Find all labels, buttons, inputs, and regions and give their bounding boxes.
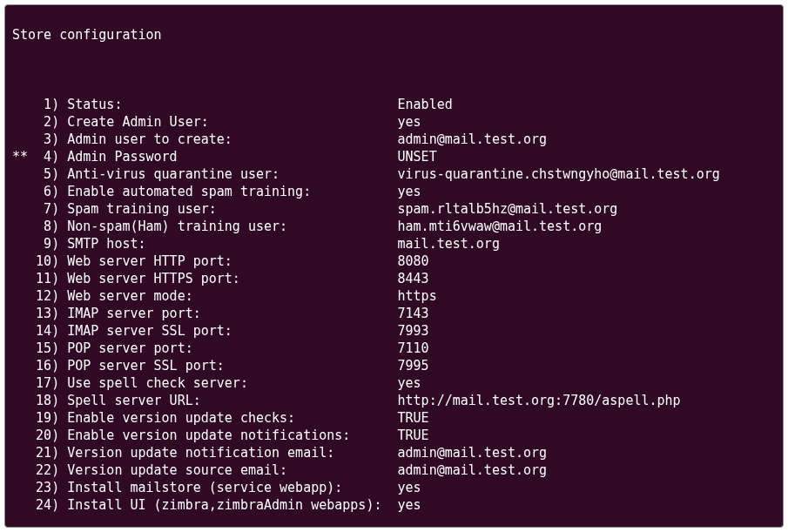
- config-item[interactable]: 12) Web server mode: https: [12, 287, 776, 305]
- config-item[interactable]: 16) POP server SSL port: 7995: [12, 357, 776, 374]
- config-item[interactable]: 24) Install UI (zimbra,zimbraAdmin webap…: [12, 496, 776, 514]
- config-item[interactable]: 22) Version update source email: admin@m…: [12, 461, 776, 479]
- config-item[interactable]: 20) Enable version update notifications:…: [12, 427, 776, 444]
- config-item[interactable]: 1) Status: Enabled: [12, 96, 776, 113]
- config-item[interactable]: 9) SMTP host: mail.test.org: [12, 235, 776, 253]
- blank-line: [12, 61, 776, 78]
- config-item[interactable]: 15) POP server port: 7110: [12, 340, 776, 357]
- config-item[interactable]: 21) Version update notification email: a…: [12, 444, 776, 461]
- config-item[interactable]: 13) IMAP server port: 7143: [12, 305, 776, 322]
- config-item[interactable]: 14) IMAP server SSL port: 7993: [12, 322, 776, 340]
- config-item[interactable]: 23) Install mailstore (service webapp): …: [12, 479, 776, 496]
- config-item[interactable]: 17) Use spell check server: yes: [12, 374, 776, 392]
- config-item[interactable]: 7) Spam training user: spam.rltalb5hz@ma…: [12, 200, 776, 218]
- config-item[interactable]: 10) Web server HTTP port: 8080: [12, 253, 776, 270]
- config-item[interactable]: 3) Admin user to create: admin@mail.test…: [12, 131, 776, 148]
- config-item[interactable]: 6) Enable automated spam training: yes: [12, 183, 776, 200]
- terminal[interactable]: Store configuration 1) Status: Enabled 2…: [4, 4, 784, 528]
- config-item[interactable]: ** 4) Admin Password UNSET: [12, 148, 776, 165]
- config-item[interactable]: 18) Spell server URL: http://mail.test.o…: [12, 392, 776, 409]
- config-item[interactable]: 19) Enable version update checks: TRUE: [12, 409, 776, 427]
- config-item[interactable]: 5) Anti-virus quarantine user: virus-qua…: [12, 165, 776, 183]
- header-line: Store configuration: [12, 26, 776, 44]
- config-item[interactable]: 2) Create Admin User: yes: [12, 113, 776, 131]
- config-item[interactable]: 8) Non-spam(Ham) training user: ham.mti6…: [12, 218, 776, 235]
- config-item[interactable]: 11) Web server HTTPS port: 8443: [12, 270, 776, 287]
